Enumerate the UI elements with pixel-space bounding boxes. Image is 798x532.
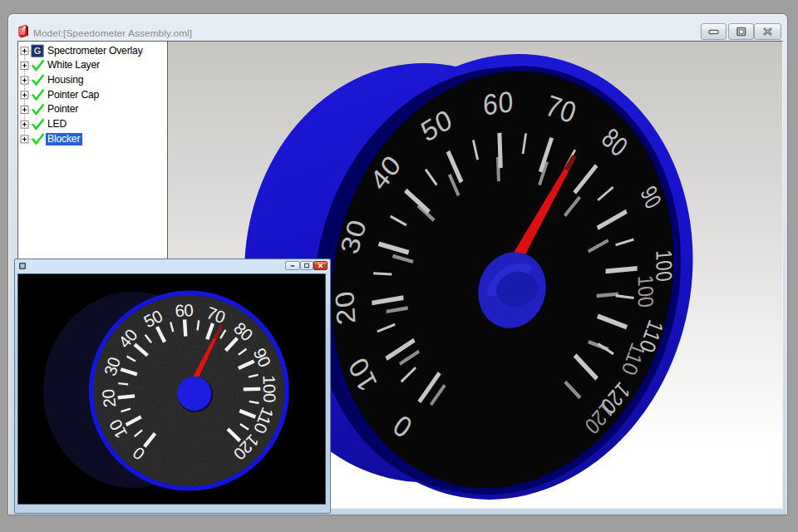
svg-text:60: 60 (483, 85, 515, 121)
svg-text:100: 100 (259, 375, 279, 402)
svg-text:100: 100 (652, 249, 677, 283)
svg-text:20: 20 (98, 388, 119, 408)
svg-text:60: 60 (175, 300, 194, 320)
svg-text:20: 20 (330, 288, 361, 328)
